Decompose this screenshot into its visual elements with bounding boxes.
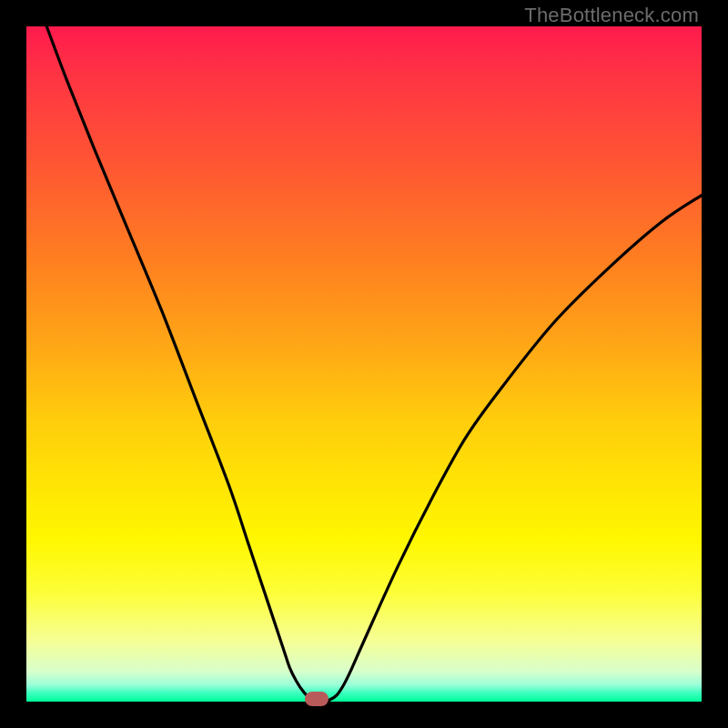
watermark-text: TheBottleneck.com	[524, 4, 699, 27]
chart-frame: TheBottleneck.com	[0, 0, 728, 728]
plot-area	[26, 26, 702, 702]
bottleneck-curve	[26, 26, 702, 702]
minimum-marker	[305, 692, 329, 706]
